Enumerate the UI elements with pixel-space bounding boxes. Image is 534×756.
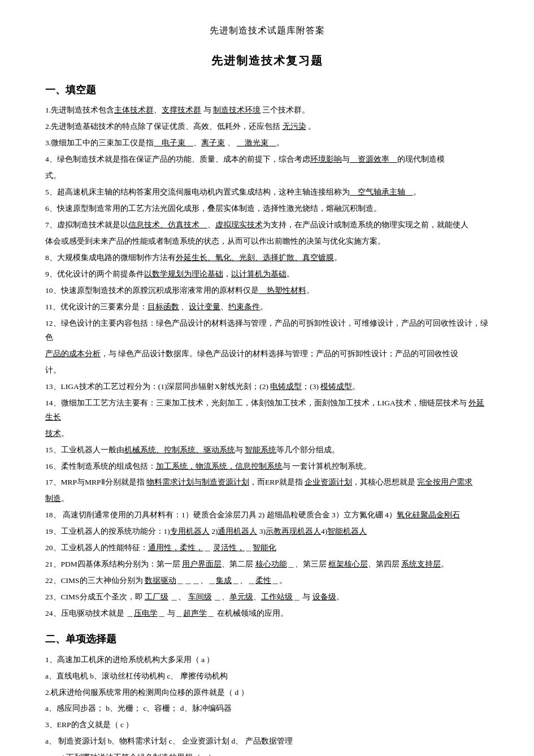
item-1: 1.先进制造技术包含主体技术群、支撑技术群 与 制造技术环境 三个技术群。 <box>45 103 489 118</box>
item-19: 19、工业机器人的按系统功能分：1)专用机器人 2)通用机器人 3)示教再现机器… <box>45 525 489 539</box>
item-4: 4、绿色制造技术就是指在保证产品的功能、质量、成本的前提下，综合考虑环境影响与 … <box>45 153 489 167</box>
item-23: 23、CIMS分成五个圣次，即 工厂级 ＿、 车间级 ＿、单元级、工作站级＿ 与… <box>45 590 489 604</box>
item-7b: 体会或感受到未来产品的性能或者制造系统的状态，从而可以作出前瞻性的决策与优化实施… <box>45 235 489 249</box>
section1-content: 1.先进制造技术包含主体技术群、支撑技术群 与 制造技术环境 三个技术群。 2.… <box>45 103 489 621</box>
item-17b: 制造。 <box>45 492 489 506</box>
item-7: 7、虚拟制造技术就是以信息技术、仿真技术 、虚拟现实技术为支持，在产品设计或制造… <box>45 218 489 232</box>
section2-title: 二、单项选择题 <box>45 630 489 648</box>
document-container: 先进制造技术试题库附答案 先进制造技术复习题 一、填空题 1.先进制造技术包含主… <box>45 23 489 756</box>
item-18: 18、 高速切削通常使用的刀具材料有：1）硬质合金涂层刀具 2) 超细晶粒硬质合… <box>45 508 489 522</box>
item-16: 16、柔性制造系统的组成包括：加工系统，物流系统，信息控制系统与 一套计算机控制… <box>45 460 489 474</box>
item-3: 3.微细加工中的三束加工仪是指 电子束 、离子束 、 激光束 。 <box>45 136 489 150</box>
item-4b: 式。 <box>45 169 489 183</box>
item-8: 8、大规模集成电路的微细制作方法有外延生长、氧化、光刻、选择扩散、真空镀膜。 <box>45 251 489 265</box>
doc-header-title: 先进制造技术试题库附答案 <box>45 23 489 39</box>
item-14b: 技术。 <box>45 427 489 441</box>
main-title: 先进制造技术复习题 <box>45 50 489 71</box>
q3-options: a、 制造资源计划 b、物料需求计划 c、 企业资源计划 d、 产品数据管理 <box>45 735 489 749</box>
item-12c: 计。 <box>45 364 489 378</box>
item-21: 21、PDM四基体系结构分别为：第一层 用户界面层、第二层 核心功能＿、第三层 … <box>45 558 489 572</box>
item-6: 6、快速原型制造常用的工艺方法光固化成形，叠层实体制造，选择性激光烧结，熔融沉积… <box>45 202 489 216</box>
q1: 1、高速加工机床的进给系统机构大多采用（ a ） <box>45 653 489 667</box>
item-12b: 产品的成本分析，与 绿色产品设计数据库。绿色产品设计的材料选择与管理；产品的可拆… <box>45 347 489 361</box>
q2-options: a、感应同步器； b、光栅； c、容栅； d、脉冲编码器 <box>45 702 489 716</box>
q2: 2.机床进给伺服系统常用的检测周向位移的原件就是（ d ） <box>45 686 489 700</box>
item-13: 13、LIGA技术的工艺过程分为：(1)深层同步辐射X射线光刻；(2) 电铸成型… <box>45 380 489 394</box>
item-15: 15、工业机器人一般由机械系统、控制系统、驱动系统与 智能系统等几个部分组成。 <box>45 443 489 457</box>
item-5: 5、超高速机床主轴的结构答案用交流伺服电动机内置式集成结构，这种主轴连接组称为 … <box>45 185 489 200</box>
item-24: 24、压电驱动技术就是 ＿压电学＿ 与＿超声学＿ 在机械领域的应用。 <box>45 607 489 621</box>
q4: 4.下列哪种说法不符合绿色制造的思想（ c ） <box>45 751 489 756</box>
section1-title: 一、填空题 <box>45 81 489 99</box>
item-12: 12、绿色设计的主要内容包括：绿色产品设计的材料选择与管理，产品的可拆卸性设计，… <box>45 317 489 345</box>
item-17: 17、MRP与MRPⅡ分别就是指 物料需求计划与制造资源计划，而ERP就是指 企… <box>45 476 489 490</box>
section2-content: 1、高速加工机床的进给系统机构大多采用（ a ） a、直线电机 b、滚动丝杠传动… <box>45 653 489 756</box>
item-9: 9、优化设计的两个前提条件以数学规划为理论基础，以计算机为基础。 <box>45 267 489 282</box>
item-20: 20、工业机器人的性能特征：通用性，柔性，＿ 灵活性，＿智能化 <box>45 541 489 555</box>
q1-options: a、直线电机 b、滚动丝杠传动机构 c、 摩擦传动机构 <box>45 669 489 684</box>
item-10: 10、快速原型制造技术的原膛沉积成形溶液常用的原材料仅是 热塑性材料。 <box>45 284 489 298</box>
item-14: 14、微细加工工艺方法主要有：三束加工技术，光刻加工，体刻蚀加工技术，面刻蚀加工… <box>45 396 489 425</box>
item-11: 11、优化设计的三要素分是：目标函数 、设计变量、约束条件。 <box>45 300 489 314</box>
item-2: 2.先进制造基础技术的特点除了保证优质、高效、低耗外，还应包括 无污染 。 <box>45 120 489 134</box>
q3: 3、ERP的含义就是（ c ） <box>45 718 489 732</box>
item-22: 22、CIMS的三大神仙分别为 数据驱动＿＿＿、＿集成＿、＿柔性＿。 <box>45 574 489 588</box>
